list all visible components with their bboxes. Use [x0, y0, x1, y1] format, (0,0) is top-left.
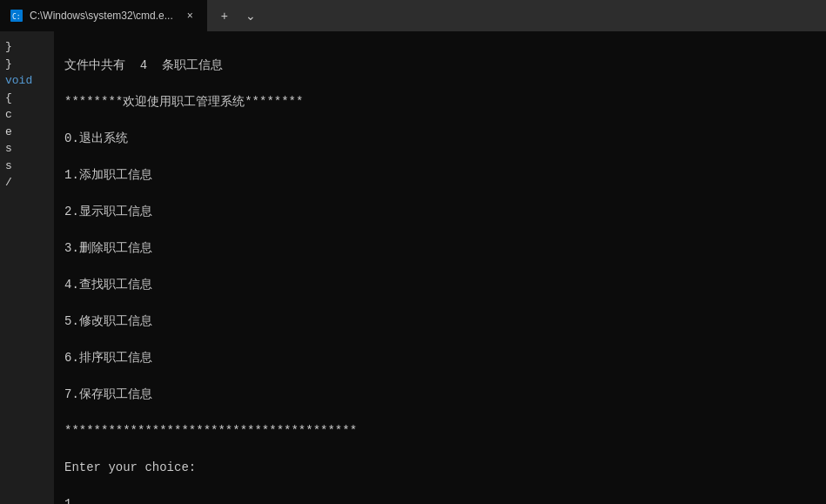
active-tab[interactable]: C: C:\Windows\system32\cmd.e... × [0, 0, 207, 31]
tab-close-button[interactable]: × [184, 8, 197, 24]
new-tab-button[interactable]: + [214, 5, 235, 26]
code-line-4: { [5, 90, 49, 107]
terminal-line-1: 文件中共有 4 条职工信息 [64, 58, 223, 72]
main-content: } } void { c e s s / 文件中共有 4 条职工信息 *****… [0, 31, 826, 504]
svg-text:C:: C: [12, 13, 21, 21]
title-bar: C: C:\Windows\system32\cmd.e... × + ⌄ [0, 0, 826, 31]
terminal-line-6: 3.删除职工信息 [64, 241, 152, 255]
terminal-line-12: Enter your choice: [64, 460, 204, 474]
code-line-3: void [5, 72, 49, 90]
code-line-2: } [5, 56, 49, 73]
terminal-line-4: 1.添加职工信息 [64, 168, 152, 182]
code-line-1: } [5, 38, 49, 56]
terminal-line-7: 4.查找职工信息 [64, 278, 152, 292]
terminal-line-8: 5.修改职工信息 [64, 314, 152, 328]
terminal-line-10: 7.保存职工信息 [64, 387, 152, 401]
code-line-9: / [5, 174, 49, 192]
code-line-7: s [5, 140, 49, 158]
terminal-line-3: 0.退出系统 [64, 131, 128, 145]
terminal-line-2: ********欢迎使用职工管理系统******** [64, 95, 303, 109]
terminal-window[interactable]: 文件中共有 4 条职工信息 ********欢迎使用职工管理系统********… [54, 31, 826, 504]
tab-dropdown-button[interactable]: ⌄ [238, 5, 263, 26]
code-side-panel: } } void { c e s s / [0, 31, 54, 504]
terminal-line-5: 2.显示职工信息 [64, 205, 152, 218]
tab-title: C:\Windows\system32\cmd.e... [30, 10, 173, 22]
tab-actions: + ⌄ [207, 0, 270, 31]
code-line-8: s [5, 158, 49, 175]
cmd-icon: C: [10, 10, 23, 22]
code-line-6: e [5, 124, 49, 141]
tab-area: C: C:\Windows\system32\cmd.e... × + ⌄ [0, 0, 826, 31]
terminal-line-13: 1 [64, 497, 71, 504]
code-line-5: c [5, 106, 49, 124]
terminal-line-9: 6.排序职工信息 [64, 351, 152, 365]
terminal-line-11: **************************************** [64, 424, 357, 438]
